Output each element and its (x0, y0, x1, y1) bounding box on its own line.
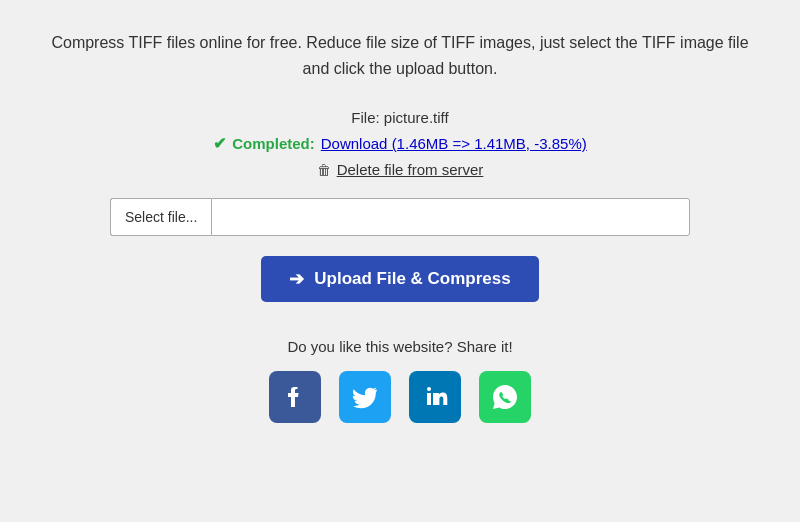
twitter-share-button[interactable] (339, 371, 391, 423)
file-input-row: Select file... (110, 198, 690, 236)
upload-compress-button[interactable]: ➔ Upload File & Compress (261, 256, 538, 302)
whatsapp-icon (489, 381, 521, 413)
whatsapp-share-button[interactable] (479, 371, 531, 423)
social-icons-row (269, 371, 531, 423)
linkedin-icon (419, 381, 451, 413)
delete-row: 🗑 Delete file from server (213, 161, 586, 178)
share-section: Do you like this website? Share it! (269, 338, 531, 423)
share-prompt: Do you like this website? Share it! (269, 338, 531, 355)
description-text: Compress TIFF files online for free. Red… (40, 30, 760, 81)
file-name-input[interactable] (211, 198, 690, 236)
facebook-share-button[interactable] (269, 371, 321, 423)
completed-row: ✔ Completed: Download (1.46MB => 1.41MB,… (213, 134, 586, 153)
file-label: File: picture.tiff (213, 109, 586, 126)
trash-icon: 🗑 (317, 162, 331, 178)
upload-button-label: Upload File & Compress (314, 269, 510, 289)
arrow-icon: ➔ (289, 268, 304, 290)
file-info-section: File: picture.tiff ✔ Completed: Download… (213, 109, 586, 178)
download-link[interactable]: Download (1.46MB => 1.41MB, -3.85%) (321, 135, 587, 152)
delete-link[interactable]: Delete file from server (337, 161, 484, 178)
page-container: Compress TIFF files online for free. Red… (0, 0, 800, 453)
checkmark-icon: ✔ (213, 134, 226, 153)
facebook-icon (279, 381, 311, 413)
completed-label: Completed: (232, 135, 315, 152)
linkedin-share-button[interactable] (409, 371, 461, 423)
twitter-icon (349, 381, 381, 413)
select-file-button[interactable]: Select file... (110, 198, 211, 236)
